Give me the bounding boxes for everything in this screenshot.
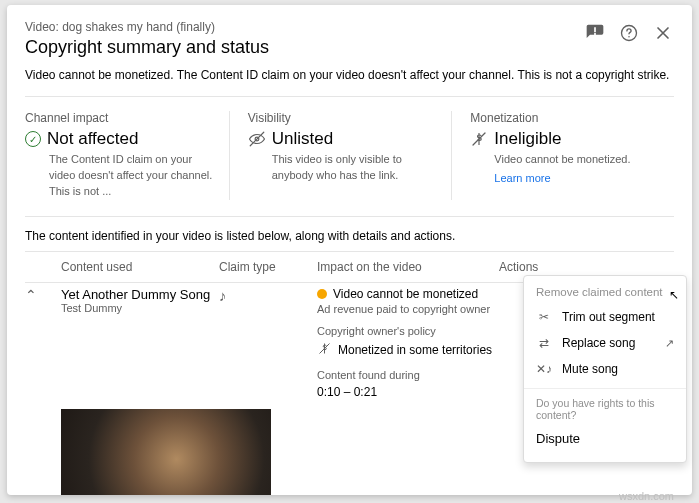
warning-dot-icon xyxy=(317,289,327,299)
col-content-used: Content used xyxy=(61,260,219,274)
col-actions: Actions xyxy=(499,260,674,274)
dollar-off-icon xyxy=(317,341,332,359)
help-icon[interactable] xyxy=(618,22,640,44)
content-title: Yet Another Dummy Song xyxy=(61,287,219,302)
menu-section-label: Remove claimed content xyxy=(524,286,686,304)
visibility-col: Visibility Unlisted This video is only v… xyxy=(230,111,453,200)
found-label: Content found during xyxy=(317,369,499,381)
dispute-item[interactable]: Dispute xyxy=(524,425,686,452)
impact-value: Video cannot be monetized xyxy=(333,287,478,301)
music-note-icon: ♪ xyxy=(219,287,227,304)
monetization-col: Monetization Ineligible Video cannot be … xyxy=(452,111,674,200)
feedback-icon[interactable] xyxy=(584,22,606,44)
page-title: Copyright summary and status xyxy=(25,37,584,58)
mute-song-item[interactable]: ✕♪ Mute song xyxy=(524,356,686,382)
found-range: 0:10 – 0:21 xyxy=(317,385,499,399)
video-player[interactable]: ▶ 0:10 / 0:32 xyxy=(61,409,271,495)
actions-menu: Remove claimed content ✂ Trim out segmen… xyxy=(523,275,687,463)
channel-impact-col: Channel impact ✓ Not affected The Conten… xyxy=(25,111,230,200)
swap-icon: ⇄ xyxy=(536,336,552,350)
monetization-value: Ineligible xyxy=(494,129,561,149)
trim-segment-item[interactable]: ✂ Trim out segment xyxy=(524,304,686,330)
col-impact: Impact on the video xyxy=(317,260,499,274)
impact-sub: Ad revenue paid to copyright owner xyxy=(317,303,499,315)
watermark: wsxdn.com xyxy=(619,490,674,502)
svg-point-1 xyxy=(628,36,630,38)
content-artist: Test Dummy xyxy=(61,302,219,314)
visibility-value: Unlisted xyxy=(272,129,333,149)
check-circle-icon: ✓ xyxy=(25,131,41,147)
learn-more-link[interactable]: Learn more xyxy=(494,172,662,184)
policy-value: Monetized in some territories xyxy=(338,343,492,357)
mute-icon: ✕♪ xyxy=(536,362,552,376)
external-link-icon: ↗ xyxy=(665,337,674,350)
col-claim-type: Claim type xyxy=(219,260,317,274)
scissors-icon: ✂ xyxy=(536,310,552,324)
channel-impact-value: Not affected xyxy=(47,129,138,149)
dollar-off-icon xyxy=(470,130,488,148)
eye-off-icon xyxy=(248,130,266,148)
policy-label: Copyright owner's policy xyxy=(317,325,499,337)
chevron-up-icon[interactable]: ⌃ xyxy=(25,287,37,303)
rights-label: Do you have rights to this content? xyxy=(524,395,686,425)
close-icon[interactable] xyxy=(652,22,674,44)
listing-header: The content identified in your video is … xyxy=(7,217,692,251)
video-breadcrumb: Video: dog shakes my hand (finally) xyxy=(25,20,584,34)
replace-song-item[interactable]: ⇄ Replace song ↗ xyxy=(524,330,686,356)
summary-text: Video cannot be monetized. The Content I… xyxy=(7,68,692,96)
